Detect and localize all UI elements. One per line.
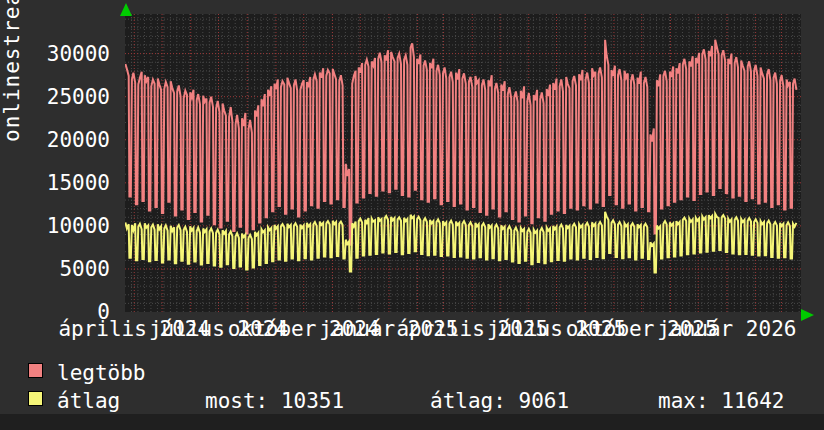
legend-label-atlag: átlag xyxy=(57,390,120,412)
legend-swatch-legtobb xyxy=(28,363,43,378)
stat-atlag: átlag: 9061 xyxy=(430,390,569,412)
stat-most-value: 10351 xyxy=(281,389,344,413)
stat-max: max: 11642 xyxy=(658,390,784,412)
stat-most: most: 10351 xyxy=(205,390,344,412)
legend-swatch-atlag xyxy=(28,391,43,406)
legend-label-legtobb: legtöbb xyxy=(57,362,146,384)
x-tick-label: január 2026 xyxy=(657,318,796,340)
stat-max-value: 11642 xyxy=(721,389,784,413)
stat-atlag-value: 9061 xyxy=(519,389,570,413)
bottom-strip xyxy=(0,414,824,430)
